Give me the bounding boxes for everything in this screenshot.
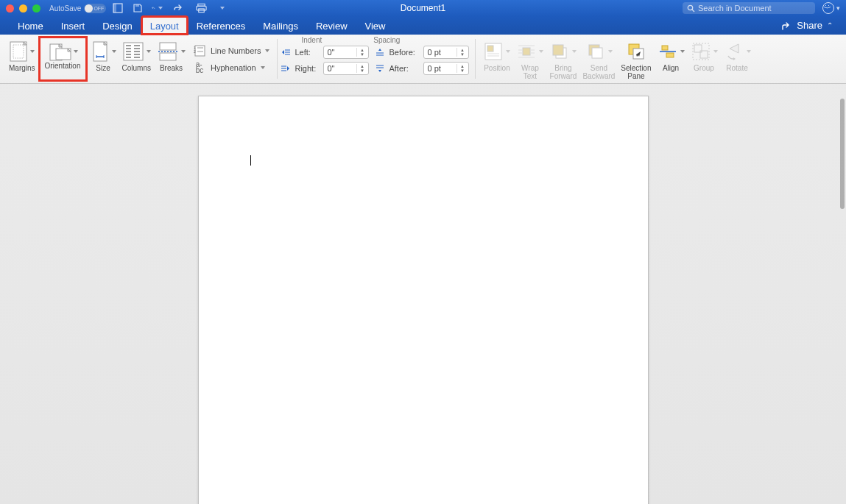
undo-icon[interactable] xyxy=(152,3,163,13)
home-template-icon[interactable] xyxy=(112,3,123,13)
chevron-up-icon[interactable]: ⌃ xyxy=(827,21,833,29)
indent-section-label: Indent xyxy=(301,36,322,44)
rotate-icon xyxy=(724,39,751,64)
print-icon[interactable] xyxy=(196,3,207,13)
search-box[interactable] xyxy=(683,2,815,14)
spinner-icon[interactable]: ▲▼ xyxy=(457,64,465,73)
svg-rect-64 xyxy=(666,53,674,57)
svg-rect-49 xyxy=(523,48,530,55)
autosave-label: AutoSave xyxy=(49,4,81,13)
group-button[interactable]: Group xyxy=(688,36,721,82)
chevron-down-icon: ▾ xyxy=(836,4,840,12)
ribbon-tabs: Home Insert Design Layout References Mai… xyxy=(0,16,846,35)
columns-button[interactable]: Columns xyxy=(119,36,154,82)
selection-pane-button[interactable]: Selection Pane xyxy=(618,36,654,82)
spacing-before-label: Before: xyxy=(389,48,420,57)
group-arrange: Position Wrap Text Bring Forward Send Ba… xyxy=(476,35,758,83)
feedback-button[interactable]: ▾ xyxy=(822,2,840,14)
page[interactable] xyxy=(198,96,649,504)
indent-left-label: Left: xyxy=(295,48,320,57)
tab-view[interactable]: View xyxy=(356,16,395,35)
orientation-icon xyxy=(48,41,78,62)
send-backward-icon xyxy=(585,39,613,64)
tab-review[interactable]: Review xyxy=(307,16,356,35)
indent-left-input[interactable]: 0"▲▼ xyxy=(323,46,369,59)
wrap-text-button[interactable]: Wrap Text xyxy=(513,36,546,82)
svg-rect-28 xyxy=(160,53,176,60)
spinner-icon[interactable]: ▲▼ xyxy=(356,48,365,57)
caret-icon xyxy=(713,50,718,53)
indent-right-input[interactable]: 0"▲▼ xyxy=(323,62,369,75)
align-icon xyxy=(658,39,685,64)
window-controls xyxy=(6,4,40,13)
tab-references[interactable]: References xyxy=(188,16,254,35)
caret-icon xyxy=(147,50,151,53)
svg-line-7 xyxy=(692,10,694,12)
tab-design[interactable]: Design xyxy=(94,16,141,35)
svg-rect-1 xyxy=(113,4,116,13)
hyphenation-button[interactable]: a-bc Hyphenation xyxy=(191,60,269,75)
selection-pane-icon xyxy=(626,39,646,64)
breaks-icon xyxy=(157,39,186,64)
margins-button[interactable]: Margins xyxy=(6,36,38,82)
svg-rect-27 xyxy=(160,43,176,50)
line-numbers-icon: 12 xyxy=(191,44,208,57)
redo-icon[interactable] xyxy=(172,3,183,13)
share-button[interactable]: Share ⌃ xyxy=(778,16,837,35)
caret-icon xyxy=(74,50,78,53)
share-label: Share xyxy=(797,20,822,31)
svg-point-6 xyxy=(688,5,692,10)
bring-forward-icon xyxy=(549,39,577,64)
save-icon[interactable] xyxy=(132,3,143,13)
tab-mailings[interactable]: Mailings xyxy=(254,16,307,35)
align-button[interactable]: Align xyxy=(655,36,688,82)
rotate-button[interactable]: Rotate xyxy=(721,36,754,82)
margins-icon xyxy=(9,39,35,64)
indent-left-icon xyxy=(281,47,291,57)
tab-insert[interactable]: Insert xyxy=(52,16,94,35)
svg-rect-63 xyxy=(662,46,668,50)
spacing-before-input[interactable]: 0 pt▲▼ xyxy=(423,46,469,59)
group-icon xyxy=(691,39,718,64)
svg-rect-67 xyxy=(693,43,709,60)
qat-customize-caret-icon[interactable] xyxy=(220,7,225,10)
orientation-button[interactable]: Orientation xyxy=(38,36,88,82)
indent-right-label: Right: xyxy=(295,64,320,73)
caret-icon xyxy=(506,50,510,53)
autosave-toggle[interactable]: AutoSave OFF xyxy=(49,4,106,13)
spinner-icon[interactable]: ▲▼ xyxy=(356,64,365,73)
ribbon: Margins Orientation Size Columns xyxy=(0,35,846,84)
svg-rect-46 xyxy=(487,46,493,52)
hyphenation-icon: a-bc xyxy=(191,61,208,74)
share-icon xyxy=(782,21,792,30)
maximize-window-button[interactable] xyxy=(32,4,40,13)
autosave-switch-icon: OFF xyxy=(84,4,106,13)
columns-icon xyxy=(122,39,151,64)
tab-home[interactable]: Home xyxy=(9,16,52,35)
line-numbers-button[interactable]: 12 Line Numbers xyxy=(191,43,269,58)
document-area[interactable] xyxy=(0,84,846,504)
spacing-before-icon xyxy=(375,47,385,57)
spacing-after-input[interactable]: 0 pt▲▼ xyxy=(423,62,469,75)
svg-rect-59 xyxy=(592,48,602,58)
bring-forward-button[interactable]: Bring Forward xyxy=(546,36,579,82)
vertical-scrollbar[interactable] xyxy=(840,99,845,209)
close-window-button[interactable] xyxy=(6,4,14,13)
titlebar: AutoSave OFF Document1 ▾ xyxy=(0,0,846,16)
send-backward-button[interactable]: Send Backward xyxy=(579,36,618,82)
caret-icon xyxy=(261,66,265,69)
caret-icon xyxy=(680,50,685,53)
svg-rect-30 xyxy=(195,46,205,56)
size-button[interactable]: Size xyxy=(88,36,119,82)
spacing-section-label: Spacing xyxy=(373,36,400,44)
undo-dropdown-caret-icon xyxy=(158,7,163,10)
spinner-icon[interactable]: ▲▼ xyxy=(457,48,465,57)
breaks-button[interactable]: Breaks xyxy=(154,36,188,82)
svg-text:2: 2 xyxy=(194,49,196,54)
search-input[interactable] xyxy=(698,4,808,13)
position-button[interactable]: Position xyxy=(480,36,513,82)
minimize-window-button[interactable] xyxy=(19,4,27,13)
tab-layout[interactable]: Layout xyxy=(141,16,188,35)
spacing-after-icon xyxy=(375,63,385,74)
svg-rect-57 xyxy=(553,45,563,55)
